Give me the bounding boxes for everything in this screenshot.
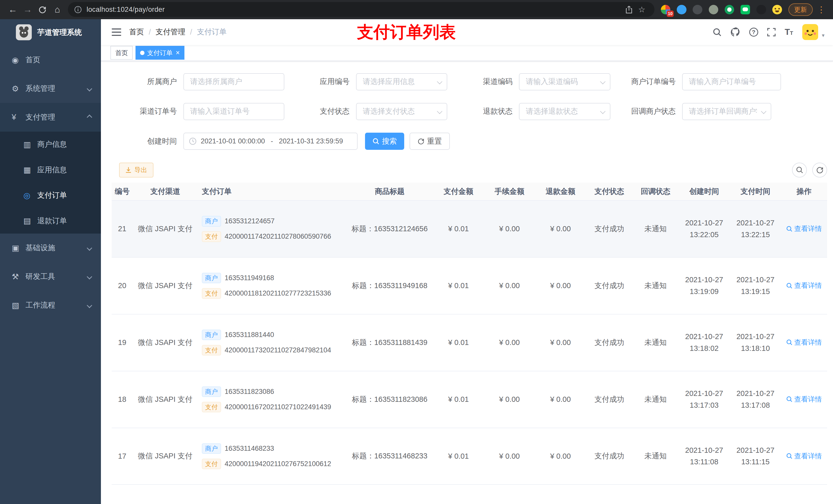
view-detail-link[interactable]: 查看详情 — [786, 338, 822, 347]
tab-label: 首页 — [115, 49, 128, 57]
pay-order-cell: 商户1635312124657支付42000011742021102780605… — [197, 216, 346, 242]
small-t: T — [790, 30, 793, 36]
filter-label: 应用编号 — [284, 77, 356, 87]
breadcrumb-item[interactable]: 支付管理 — [156, 27, 185, 37]
breadcrumb: 首页/支付管理/支付订单 — [129, 27, 227, 37]
chevron-down-icon — [437, 109, 443, 114]
sidebar-item-payment[interactable]: ¥支付管理 — [0, 103, 101, 131]
chevron-down-icon — [600, 79, 605, 84]
browser-update-button[interactable]: 更新 — [788, 3, 813, 16]
column-header: 手续金额 — [484, 187, 535, 197]
sidebar-submenu: ▥商户信息▦应用信息◎支付订单▤退款订单 — [0, 131, 101, 234]
site-info-icon[interactable] — [74, 6, 82, 13]
table-row: 商户1635311357862 — [112, 485, 827, 504]
merchant-order-line: 商户1635311823086 — [202, 386, 345, 397]
fullscreen-icon[interactable] — [767, 28, 776, 37]
view-detail-link[interactable]: 查看详情 — [786, 281, 822, 290]
home-button[interactable]: ⌂ — [50, 2, 65, 17]
notify-status-cell: 未通知 — [633, 394, 678, 405]
sidebar-item-pay-order[interactable]: ◎支付订单 — [0, 183, 101, 208]
filter-select-channel-code[interactable]: 请输入渠道编码 — [519, 73, 611, 90]
merchant-tag: 商户 — [202, 443, 221, 454]
view-detail-link[interactable]: 查看详情 — [786, 394, 822, 404]
reset-button[interactable]: 重置 — [410, 133, 450, 149]
filter-label: 渠道编码 — [447, 77, 519, 87]
bookmark-star-icon[interactable]: ☆ — [635, 3, 648, 16]
column-header: 回调状态 — [633, 187, 678, 197]
sidebar-item-refund-order[interactable]: ▤退款订单 — [0, 208, 101, 234]
back-button[interactable]: ← — [5, 2, 20, 17]
chevron-down-icon[interactable]: ▾ — [822, 32, 824, 40]
filter-input-merchant-order-no[interactable]: 请输入商户订单编号 — [682, 73, 781, 90]
merchant-order-no: 1635311949168 — [224, 274, 274, 282]
app-logo[interactable]: 芋道管理系统 — [0, 19, 101, 46]
merchant-order-line: 商户1635311468233 — [202, 443, 345, 454]
sidebar-item-dev-tools[interactable]: ⚒研发工具 — [0, 262, 101, 291]
notify-status-cell: 未通知 — [633, 224, 678, 234]
pay-order-no: 4200001181202110277723215336 — [224, 289, 331, 297]
table-refresh-button[interactable] — [812, 163, 827, 177]
column-header: 支付渠道 — [133, 187, 197, 197]
order-id-cell: 18 — [112, 395, 133, 404]
filter-input-channel-order-no[interactable]: 请输入渠道订单号 — [184, 103, 284, 120]
browser-menu-icon[interactable]: ⋮ — [817, 5, 825, 15]
github-icon[interactable] — [731, 27, 740, 37]
chevron-down-icon — [437, 79, 443, 84]
sidebar-item-workflow[interactable]: ▧工作流程 — [0, 291, 101, 320]
search-icon[interactable] — [713, 28, 721, 37]
extension-gray-icon[interactable] — [709, 5, 718, 14]
view-detail-label: 查看详情 — [794, 452, 822, 461]
sidebar-menu: ◉首页⚙系统管理¥支付管理▥商户信息▦应用信息◎支付订单▤退款订单▣基础设施⚒研… — [0, 46, 101, 320]
orders-table: 编号支付渠道支付订单商品标题支付金额手续金额退款金额支付状态回调状态创建时间支付… — [112, 183, 827, 504]
filter-select-app-no[interactable]: 请选择应用信息 — [356, 73, 448, 90]
view-detail-link[interactable]: 查看详情 — [786, 224, 822, 233]
extension-dark-icon[interactable] — [693, 5, 702, 14]
extension-black-icon[interactable] — [756, 5, 766, 14]
merchant-order-no: 1635312124657 — [224, 217, 275, 225]
sidebar-item-app-info[interactable]: ▦应用信息 — [0, 157, 101, 183]
search-button[interactable]: 搜索 — [365, 133, 404, 149]
share-icon[interactable] — [623, 3, 636, 16]
extension-colorful-icon[interactable]: 10 — [661, 5, 670, 14]
filter-select-notify-status[interactable]: 请选择订单回调商户状态 — [682, 103, 771, 120]
sidebar-item-infrastructure[interactable]: ▣基础设施 — [0, 234, 101, 262]
tab-首页[interactable]: 首页 — [111, 46, 133, 60]
extension-emoji-icon[interactable] — [772, 5, 782, 14]
table-row: 18微信 JSAPI 支付商户1635311823086支付4200001167… — [112, 371, 827, 428]
help-icon[interactable]: ? — [749, 28, 758, 37]
chevron-up-icon — [87, 115, 92, 120]
filter-select-pay-status[interactable]: 请选择支付状态 — [356, 103, 448, 120]
date-range-picker[interactable]: 2021-10-01 00:00:00 - 2021-10-31 23:59:5… — [184, 133, 358, 149]
view-detail-link[interactable]: 查看详情 — [786, 452, 822, 461]
merchant-order-no: 1635311468233 — [224, 445, 274, 453]
extension-blue-icon[interactable] — [677, 5, 686, 14]
sidebar-item-system[interactable]: ⚙系统管理 — [0, 74, 101, 103]
tab-支付订单[interactable]: 支付订单× — [136, 46, 185, 60]
extension-green-square-icon[interactable] — [740, 5, 750, 14]
header-actions: ? TT ▾ — [713, 24, 833, 40]
filter-select-refund-status[interactable]: 请选择退款状态 — [519, 103, 611, 120]
hamburger-icon[interactable] — [101, 28, 129, 36]
extension-green-circle-icon[interactable] — [724, 5, 734, 14]
avatar[interactable] — [802, 24, 818, 40]
address-bar[interactable]: localhost:1024/pay/order ☆ — [68, 2, 654, 17]
breadcrumb-item[interactable]: 首页 — [129, 27, 144, 37]
close-icon[interactable]: × — [176, 49, 180, 56]
date-start-value: 2021-10-01 00:00:00 — [201, 137, 265, 145]
export-button[interactable]: 导出 — [119, 163, 154, 177]
table-header-row: 编号支付渠道支付订单商品标题支付金额手续金额退款金额支付状态回调状态创建时间支付… — [112, 183, 827, 201]
order-id-cell: 19 — [112, 338, 133, 347]
filter-label: 支付状态 — [284, 106, 356, 117]
pay-channel-cell: 微信 JSAPI 支付 — [133, 394, 197, 405]
font-size-icon[interactable]: TT — [785, 27, 793, 37]
sidebar-item-home[interactable]: ◉首页 — [0, 46, 101, 74]
pay-amount-cell: ¥ 0.01 — [433, 452, 484, 460]
sidebar-item-merchant-info[interactable]: ▥商户信息 — [0, 131, 101, 157]
forward-button[interactable]: → — [20, 2, 35, 17]
sidebar-item-label: 系统管理 — [26, 83, 55, 94]
reload-button[interactable] — [35, 2, 50, 17]
table-search-button[interactable] — [792, 163, 807, 177]
filter-input-merchant[interactable]: 请选择所属商户 — [184, 73, 284, 90]
action-cell: 查看详情 — [781, 338, 827, 347]
product-title-cell: 标题：1635311823086 — [346, 394, 433, 405]
